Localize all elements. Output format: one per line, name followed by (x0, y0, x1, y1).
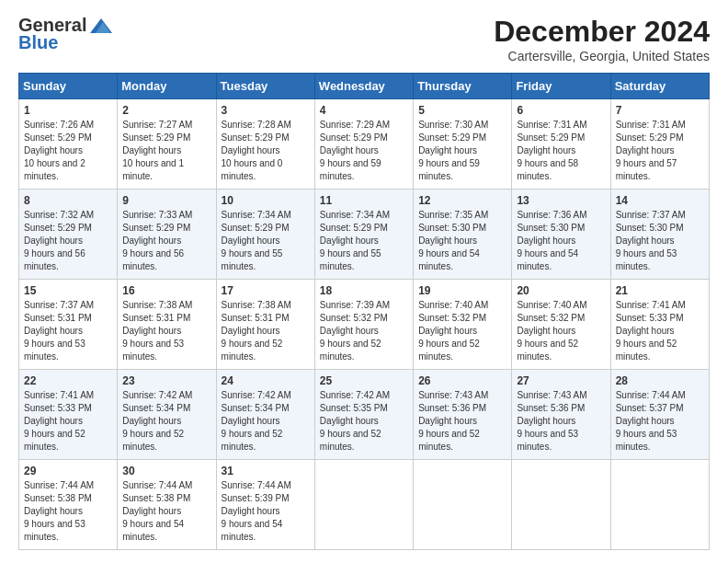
calendar-day-cell (414, 460, 512, 550)
day-number: 12 (418, 194, 506, 207)
weekday-header-row: SundayMondayTuesdayWednesdayThursdayFrid… (19, 74, 710, 99)
day-number: 25 (320, 374, 408, 387)
calendar-day-cell: 30Sunrise: 7:44 AMSunset: 5:38 PMDayligh… (118, 460, 216, 550)
weekday-header: Saturday (610, 74, 709, 99)
calendar-day-cell: 2Sunrise: 7:27 AMSunset: 5:29 PMDaylight… (118, 99, 216, 190)
calendar-day-cell: 1Sunrise: 7:26 AMSunset: 5:29 PMDaylight… (19, 99, 118, 190)
calendar-day-cell: 31Sunrise: 7:44 AMSunset: 5:39 PMDayligh… (216, 460, 314, 550)
calendar-day-cell: 16Sunrise: 7:38 AMSunset: 5:31 PMDayligh… (118, 280, 216, 370)
calendar-day-cell: 8Sunrise: 7:32 AMSunset: 5:29 PMDaylight… (19, 190, 118, 280)
day-info: Sunrise: 7:44 AMSunset: 5:39 PMDaylight … (222, 479, 310, 544)
day-info: Sunrise: 7:28 AMSunset: 5:29 PMDaylight … (222, 119, 310, 183)
day-info: Sunrise: 7:42 AMSunset: 5:35 PMDaylight … (320, 389, 408, 454)
weekday-header: Friday (512, 74, 610, 99)
page-subtitle: Cartersville, Georgia, United States (494, 49, 710, 63)
calendar-day-cell: 25Sunrise: 7:42 AMSunset: 5:35 PMDayligh… (314, 370, 413, 460)
day-number: 27 (517, 374, 605, 387)
calendar-day-cell: 29Sunrise: 7:44 AMSunset: 5:38 PMDayligh… (19, 460, 118, 550)
calendar-week-row: 15Sunrise: 7:37 AMSunset: 5:31 PMDayligh… (19, 280, 710, 370)
calendar-day-cell: 22Sunrise: 7:41 AMSunset: 5:33 PMDayligh… (19, 370, 118, 460)
calendar-week-row: 22Sunrise: 7:41 AMSunset: 5:33 PMDayligh… (19, 370, 710, 460)
calendar-day-cell (314, 460, 413, 550)
day-number: 3 (222, 104, 310, 117)
calendar-day-cell: 9Sunrise: 7:33 AMSunset: 5:29 PMDaylight… (118, 190, 216, 280)
day-info: Sunrise: 7:39 AMSunset: 5:32 PMDaylight … (320, 299, 408, 363)
day-number: 1 (24, 104, 112, 117)
calendar-day-cell: 10Sunrise: 7:34 AMSunset: 5:29 PMDayligh… (216, 190, 314, 280)
calendar-week-row: 1Sunrise: 7:26 AMSunset: 5:29 PMDaylight… (19, 99, 710, 190)
day-number: 14 (616, 194, 704, 207)
calendar-week-row: 8Sunrise: 7:32 AMSunset: 5:29 PMDaylight… (19, 190, 710, 280)
day-number: 11 (320, 194, 408, 207)
page-header: General Blue December 2024 Cartersville,… (18, 15, 710, 63)
day-info: Sunrise: 7:44 AMSunset: 5:38 PMDaylight … (122, 479, 210, 544)
day-info: Sunrise: 7:37 AMSunset: 5:30 PMDaylight … (616, 209, 704, 273)
day-info: Sunrise: 7:33 AMSunset: 5:29 PMDaylight … (122, 209, 210, 273)
day-info: Sunrise: 7:41 AMSunset: 5:33 PMDaylight … (24, 389, 112, 454)
calendar-day-cell: 24Sunrise: 7:42 AMSunset: 5:34 PMDayligh… (216, 370, 314, 460)
calendar-day-cell: 6Sunrise: 7:31 AMSunset: 5:29 PMDaylight… (512, 99, 610, 190)
day-number: 5 (418, 104, 506, 117)
weekday-header: Thursday (414, 74, 512, 99)
day-info: Sunrise: 7:30 AMSunset: 5:29 PMDaylight … (418, 119, 506, 183)
day-info: Sunrise: 7:38 AMSunset: 5:31 PMDaylight … (122, 299, 210, 363)
day-number: 31 (222, 465, 310, 477)
day-number: 16 (122, 284, 210, 297)
day-number: 13 (517, 194, 605, 207)
day-number: 15 (24, 284, 112, 297)
day-info: Sunrise: 7:34 AMSunset: 5:29 PMDaylight … (222, 209, 310, 273)
calendar-day-cell: 28Sunrise: 7:44 AMSunset: 5:37 PMDayligh… (610, 370, 709, 460)
day-number: 26 (418, 374, 506, 387)
day-info: Sunrise: 7:32 AMSunset: 5:29 PMDaylight … (24, 209, 112, 273)
weekday-header: Monday (118, 74, 216, 99)
day-number: 9 (122, 194, 210, 207)
day-info: Sunrise: 7:44 AMSunset: 5:38 PMDaylight … (24, 479, 112, 544)
calendar-day-cell (512, 460, 610, 550)
weekday-header: Sunday (19, 74, 118, 99)
logo-blue: Blue (18, 32, 58, 53)
day-info: Sunrise: 7:35 AMSunset: 5:30 PMDaylight … (418, 209, 506, 273)
calendar-day-cell: 14Sunrise: 7:37 AMSunset: 5:30 PMDayligh… (610, 190, 709, 280)
logo: General Blue (18, 15, 112, 53)
page-title: December 2024 (494, 15, 710, 49)
day-info: Sunrise: 7:43 AMSunset: 5:36 PMDaylight … (418, 389, 506, 454)
calendar-day-cell: 4Sunrise: 7:29 AMSunset: 5:29 PMDaylight… (314, 99, 413, 190)
day-number: 30 (122, 465, 210, 477)
day-number: 7 (616, 104, 704, 117)
day-info: Sunrise: 7:42 AMSunset: 5:34 PMDaylight … (222, 389, 310, 454)
day-number: 2 (122, 104, 210, 117)
day-number: 8 (24, 194, 112, 207)
calendar-day-cell: 11Sunrise: 7:34 AMSunset: 5:29 PMDayligh… (314, 190, 413, 280)
day-info: Sunrise: 7:42 AMSunset: 5:34 PMDaylight … (122, 389, 210, 454)
day-info: Sunrise: 7:27 AMSunset: 5:29 PMDaylight … (122, 119, 210, 183)
calendar-day-cell: 23Sunrise: 7:42 AMSunset: 5:34 PMDayligh… (118, 370, 216, 460)
day-info: Sunrise: 7:41 AMSunset: 5:33 PMDaylight … (616, 299, 704, 363)
day-info: Sunrise: 7:34 AMSunset: 5:29 PMDaylight … (320, 209, 408, 273)
day-info: Sunrise: 7:40 AMSunset: 5:32 PMDaylight … (517, 299, 605, 363)
day-info: Sunrise: 7:29 AMSunset: 5:29 PMDaylight … (320, 119, 408, 183)
calendar-day-cell: 26Sunrise: 7:43 AMSunset: 5:36 PMDayligh… (414, 370, 512, 460)
calendar-day-cell: 3Sunrise: 7:28 AMSunset: 5:29 PMDaylight… (216, 99, 314, 190)
day-number: 23 (122, 374, 210, 387)
day-number: 20 (517, 284, 605, 297)
calendar-day-cell: 12Sunrise: 7:35 AMSunset: 5:30 PMDayligh… (414, 190, 512, 280)
day-number: 28 (616, 374, 704, 387)
calendar-day-cell: 20Sunrise: 7:40 AMSunset: 5:32 PMDayligh… (512, 280, 610, 370)
weekday-header: Wednesday (314, 74, 413, 99)
day-info: Sunrise: 7:44 AMSunset: 5:37 PMDaylight … (616, 389, 704, 454)
day-number: 24 (222, 374, 310, 387)
day-info: Sunrise: 7:31 AMSunset: 5:29 PMDaylight … (517, 119, 605, 183)
day-info: Sunrise: 7:37 AMSunset: 5:31 PMDaylight … (24, 299, 112, 363)
day-number: 17 (222, 284, 310, 297)
day-info: Sunrise: 7:36 AMSunset: 5:30 PMDaylight … (517, 209, 605, 273)
calendar-week-row: 29Sunrise: 7:44 AMSunset: 5:38 PMDayligh… (19, 460, 710, 550)
day-number: 21 (616, 284, 704, 297)
calendar-day-cell: 27Sunrise: 7:43 AMSunset: 5:36 PMDayligh… (512, 370, 610, 460)
day-number: 19 (418, 284, 506, 297)
day-info: Sunrise: 7:31 AMSunset: 5:29 PMDaylight … (616, 119, 704, 183)
calendar-table: SundayMondayTuesdayWednesdayThursdayFrid… (18, 73, 710, 550)
day-number: 6 (517, 104, 605, 117)
calendar-day-cell: 13Sunrise: 7:36 AMSunset: 5:30 PMDayligh… (512, 190, 610, 280)
calendar-day-cell: 21Sunrise: 7:41 AMSunset: 5:33 PMDayligh… (610, 280, 709, 370)
calendar-day-cell: 5Sunrise: 7:30 AMSunset: 5:29 PMDaylight… (414, 99, 512, 190)
